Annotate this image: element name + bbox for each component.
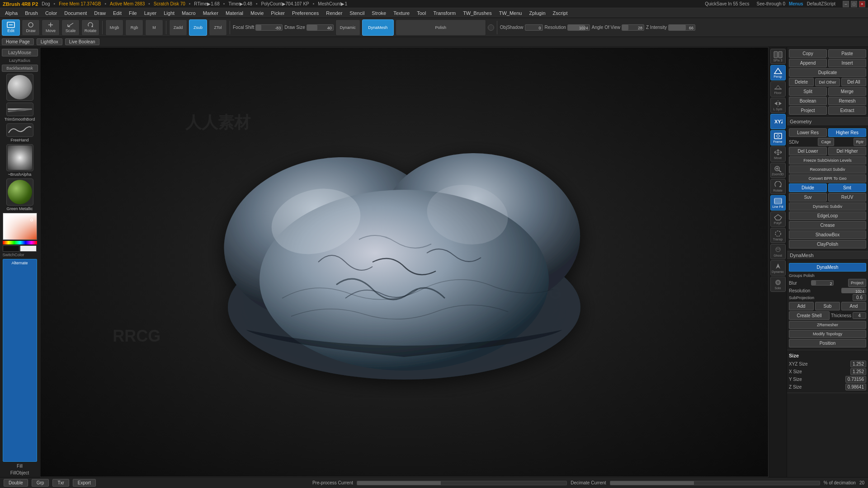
reconstruct-subdiv-btn[interactable]: Reconstruct Subdiv — [789, 165, 866, 174]
menu-color[interactable]: Color — [42, 9, 60, 17]
menu-zplugin[interactable]: Zplugin — [526, 9, 548, 17]
del-higher-btn[interactable]: Del Higher — [828, 147, 866, 155]
angle-view-slider[interactable]: 28 — [622, 24, 644, 31]
project-btn[interactable]: Project — [789, 106, 827, 115]
menu-file[interactable]: File — [126, 9, 140, 17]
lazy-mouse-label[interactable]: LazyMouse — [2, 49, 38, 56]
maximize-btn[interactable]: □ — [851, 1, 857, 7]
zoom3d-btn[interactable]: Zoom3D — [770, 163, 786, 178]
shadowbox-btn[interactable]: ShadowBox — [789, 230, 866, 239]
close-btn[interactable]: ✕ — [859, 1, 865, 7]
menu-brush[interactable]: Brush — [22, 9, 41, 17]
line-fill-btn[interactable]: Line Fill — [770, 195, 786, 211]
menus-label[interactable]: Menus — [789, 1, 803, 6]
polish-circle-btn[interactable] — [488, 24, 494, 31]
freehand-brush[interactable]: FreeHand — [2, 123, 38, 142]
paste-btn[interactable]: Paste — [828, 49, 866, 58]
trim-smooth-brush[interactable]: TrimSmoothBord — [2, 103, 38, 122]
obj-shadow-slider[interactable]: 0 — [525, 24, 543, 31]
menu-zscript[interactable]: Zscript — [550, 9, 571, 17]
duplicate-btn[interactable]: Duplicate — [789, 68, 866, 77]
menu-marker[interactable]: Marker — [200, 9, 222, 17]
cage-btn[interactable]: Cage — [818, 138, 834, 146]
del-lower-btn[interactable]: Del Lower — [789, 147, 827, 155]
freeze-subdiv-btn[interactable]: Freeze SubDivision Levels — [789, 156, 866, 164]
menu-edit[interactable]: Edit — [110, 9, 125, 17]
swatch-black[interactable] — [3, 245, 19, 252]
menu-texture[interactable]: Texture — [390, 9, 413, 17]
double-btn[interactable]: Double — [4, 479, 28, 487]
draw-btn[interactable]: Draw — [22, 19, 40, 36]
higher-res-btn[interactable]: Higher Res — [828, 128, 866, 137]
edgeloop-btn[interactable]: EdgeLoop — [789, 211, 866, 220]
zadd-btn[interactable]: Zadd — [169, 19, 187, 36]
focal-shift-slider[interactable]: -83 — [255, 24, 283, 31]
home-page-btn[interactable]: Home Page — [2, 38, 34, 45]
rgb-btn[interactable]: Rgb — [125, 19, 143, 36]
dynamic-btn[interactable]: Dynamic — [335, 19, 360, 36]
menu-render[interactable]: Render — [323, 9, 345, 17]
polish-btn[interactable]: Polish — [396, 19, 486, 36]
claypolish-btn[interactable]: ClayPolish — [789, 240, 866, 249]
sub-btn[interactable]: Sub — [815, 302, 840, 310]
append-btn[interactable]: Append — [789, 59, 827, 67]
add-btn[interactable]: Add — [789, 302, 814, 310]
menu-tool[interactable]: Tool — [414, 9, 429, 17]
menu-tw-menu[interactable]: TW_Menu — [496, 9, 525, 17]
smt-btn[interactable]: Smt — [828, 183, 866, 192]
brush-alpha[interactable]: ~BrushAlpha — [2, 144, 38, 177]
move-icon-btn[interactable]: Move — [770, 146, 786, 162]
spix-btn[interactable]: SPix 3 — [770, 49, 786, 64]
rotate-btn[interactable]: Rotate — [81, 19, 99, 36]
export-btn[interactable]: Export — [73, 479, 96, 487]
zremesher-btn[interactable]: ZRemesher — [789, 321, 866, 329]
lightbox-btn[interactable]: LightBox — [37, 38, 62, 45]
modify-topology-btn[interactable]: Modify Topology — [789, 330, 866, 338]
mrgb-btn[interactable]: Mrgb — [105, 19, 123, 36]
edit-btn[interactable]: Edit — [2, 19, 20, 36]
grp-btn[interactable]: Grp — [32, 479, 49, 487]
position-btn[interactable]: Position — [789, 339, 866, 347]
menu-layer[interactable]: Layer — [141, 9, 160, 17]
del-all-btn[interactable]: Del All — [841, 78, 866, 86]
txr-btn[interactable]: Txr — [52, 479, 69, 487]
menu-macro[interactable]: Macro — [179, 9, 199, 17]
geometry-header[interactable]: Geometry — [787, 117, 868, 126]
frame-btn[interactable]: Frame — [770, 130, 786, 145]
blur-slider[interactable]: 2 — [811, 280, 834, 286]
dynaMesh-header[interactable]: DynaMesh — [787, 251, 868, 260]
dynamic-subdiv-btn[interactable]: Dynamic Subdiv — [789, 202, 866, 211]
swatch-white[interactable] — [20, 245, 37, 252]
delete-btn[interactable]: Delete — [789, 78, 814, 86]
extract-btn[interactable]: Extract — [828, 106, 866, 115]
scale-btn[interactable]: Scale — [61, 19, 80, 36]
menu-tw-brushes[interactable]: TW_Brushes — [460, 9, 495, 17]
backface-mask-label[interactable]: BackfaceMask — [2, 65, 38, 72]
floor-btn[interactable]: Floor — [770, 81, 786, 97]
dynaMesh-toolbar-btn[interactable]: DynaMesh — [362, 19, 394, 36]
dynamic-icon-btn[interactable]: Dynamic — [770, 260, 786, 276]
divide-btn[interactable]: Divide — [789, 183, 827, 192]
zsub-btn[interactable]: Zsub — [189, 19, 207, 36]
rotate-icon-btn[interactable]: Rotate — [770, 179, 786, 194]
solo-btn[interactable]: Solo — [770, 277, 786, 292]
rptr-btn[interactable]: Rptr — [854, 138, 866, 146]
merge-btn[interactable]: Merge — [828, 87, 866, 96]
menu-document[interactable]: Document — [61, 9, 90, 17]
res-slider[interactable]: 1024 — [841, 288, 866, 293]
minimize-btn[interactable]: – — [843, 1, 849, 7]
crease-btn[interactable]: Crease — [789, 221, 866, 230]
m-btn[interactable]: M — [145, 19, 163, 36]
menu-draw[interactable]: Draw — [91, 9, 109, 17]
canvas-area[interactable]: 人人素材 RRCG 人人素材 RRCG RRCG 人人素材 — [40, 47, 769, 477]
persp-btn[interactable]: Persp — [770, 65, 786, 80]
suv-btn[interactable]: Suv — [789, 193, 827, 202]
transp-btn[interactable]: Transp — [770, 228, 786, 243]
menu-transform[interactable]: Transform — [430, 9, 459, 17]
ghost-btn[interactable]: Ghost — [770, 244, 786, 259]
resolution-slider[interactable]: 1024 — [567, 24, 590, 31]
menu-stencil[interactable]: Stencil — [346, 9, 368, 17]
split-btn[interactable]: Split — [789, 87, 827, 96]
material-swatch[interactable]: Green Metallic — [2, 178, 38, 211]
copy-btn[interactable]: Copy — [789, 49, 827, 58]
